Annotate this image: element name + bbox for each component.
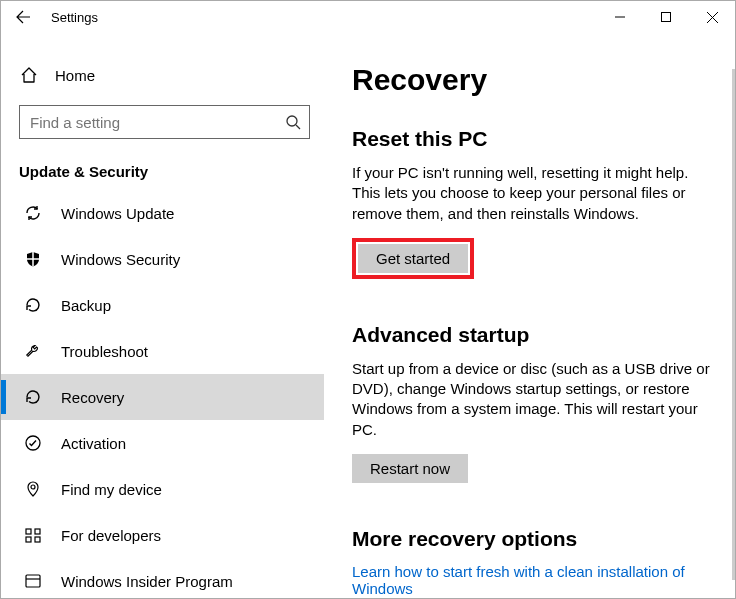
minimize-button[interactable] bbox=[597, 1, 643, 33]
sidebar-item-troubleshoot[interactable]: Troubleshoot bbox=[1, 328, 324, 374]
close-button[interactable] bbox=[689, 1, 735, 33]
sidebar-item-windows-security[interactable]: Windows Security bbox=[1, 236, 324, 282]
sidebar-item-find-my-device[interactable]: Find my device bbox=[1, 466, 324, 512]
reset-pc-heading: Reset this PC bbox=[352, 127, 715, 151]
restart-now-button[interactable]: Restart now bbox=[352, 454, 468, 483]
content-pane: Recovery Reset this PC If your PC isn't … bbox=[324, 63, 735, 598]
more-recovery-heading: More recovery options bbox=[352, 527, 715, 551]
sidebar-item-label: Activation bbox=[61, 435, 126, 452]
sidebar: Home Update & Security Windows Update Wi… bbox=[1, 33, 324, 598]
advanced-startup-heading: Advanced startup bbox=[352, 323, 715, 347]
svg-rect-9 bbox=[35, 529, 40, 534]
backup-icon bbox=[23, 296, 43, 314]
svg-rect-8 bbox=[26, 529, 31, 534]
sidebar-item-label: Recovery bbox=[61, 389, 124, 406]
sidebar-item-activation[interactable]: Activation bbox=[1, 420, 324, 466]
advanced-startup-body: Start up from a device or disc (such as … bbox=[352, 359, 715, 440]
titlebar: Settings bbox=[1, 1, 735, 33]
sidebar-item-label: Troubleshoot bbox=[61, 343, 148, 360]
svg-rect-11 bbox=[35, 537, 40, 542]
svg-line-5 bbox=[296, 125, 300, 129]
sidebar-item-label: Backup bbox=[61, 297, 111, 314]
sidebar-item-label: Windows Insider Program bbox=[61, 573, 233, 590]
fresh-install-link[interactable]: Learn how to start fresh with a clean in… bbox=[352, 563, 715, 597]
svg-rect-10 bbox=[26, 537, 31, 542]
sidebar-item-backup[interactable]: Backup bbox=[1, 282, 324, 328]
reset-pc-body: If your PC isn't running well, resetting… bbox=[352, 163, 715, 224]
sidebar-item-insider[interactable]: Windows Insider Program bbox=[1, 558, 324, 598]
sidebar-item-label: Find my device bbox=[61, 481, 162, 498]
svg-rect-1 bbox=[662, 13, 671, 22]
maximize-icon bbox=[661, 12, 671, 22]
maximize-button[interactable] bbox=[643, 1, 689, 33]
scrollbar[interactable] bbox=[732, 69, 735, 580]
sidebar-home-label: Home bbox=[55, 67, 95, 84]
sidebar-item-recovery[interactable]: Recovery bbox=[1, 374, 324, 420]
sidebar-item-label: Windows Update bbox=[61, 205, 174, 222]
sidebar-item-windows-update[interactable]: Windows Update bbox=[1, 190, 324, 236]
sidebar-item-label: For developers bbox=[61, 527, 161, 544]
page-title: Recovery bbox=[352, 63, 715, 97]
close-icon bbox=[707, 12, 718, 23]
svg-rect-12 bbox=[26, 575, 40, 587]
location-icon bbox=[23, 480, 43, 498]
check-circle-icon bbox=[23, 434, 43, 452]
developers-icon bbox=[23, 526, 43, 544]
highlight-annotation: Get started bbox=[352, 238, 474, 279]
search-box[interactable] bbox=[19, 105, 310, 139]
arrow-left-icon bbox=[15, 9, 31, 25]
sidebar-home[interactable]: Home bbox=[1, 55, 324, 95]
get-started-button[interactable]: Get started bbox=[358, 244, 468, 273]
svg-point-4 bbox=[287, 116, 297, 126]
wrench-icon bbox=[23, 342, 43, 360]
minimize-icon bbox=[615, 12, 625, 22]
search-input[interactable] bbox=[30, 114, 285, 131]
window-title: Settings bbox=[51, 10, 98, 25]
search-icon bbox=[285, 114, 301, 130]
home-icon bbox=[19, 66, 39, 84]
insider-icon bbox=[23, 572, 43, 590]
sidebar-item-for-developers[interactable]: For developers bbox=[1, 512, 324, 558]
recovery-icon bbox=[23, 388, 43, 406]
sidebar-item-label: Windows Security bbox=[61, 251, 180, 268]
shield-icon bbox=[23, 250, 43, 268]
sync-icon bbox=[23, 204, 43, 222]
back-button[interactable] bbox=[1, 1, 45, 33]
sidebar-section-header: Update & Security bbox=[19, 163, 324, 180]
svg-point-7 bbox=[31, 485, 35, 489]
